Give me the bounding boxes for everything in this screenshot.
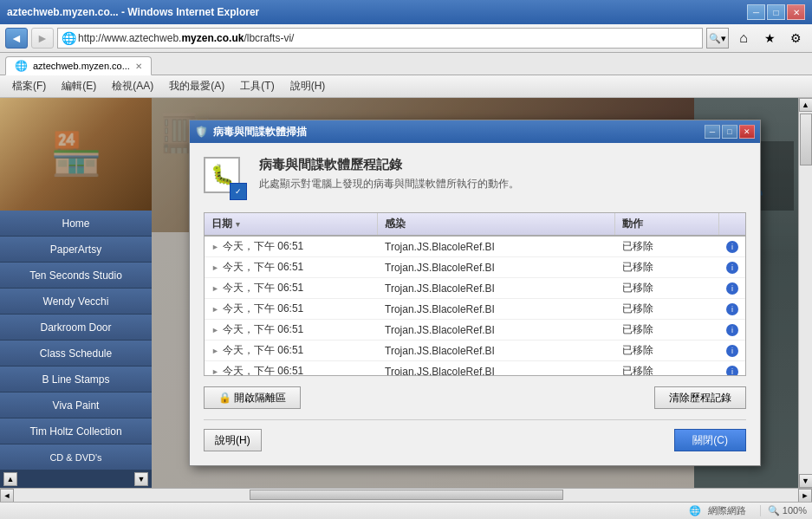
dialog-action-buttons: 🔒 開啟隔離區 清除歷程記錄 xyxy=(204,386,746,409)
dialog-close-btn[interactable]: ✕ xyxy=(739,125,755,139)
favorites-button[interactable]: ★ xyxy=(758,28,781,49)
cell-date: ► 今天，下午 06:51 xyxy=(205,341,378,360)
cell-extra: i xyxy=(719,363,745,376)
cell-action: 已移除 xyxy=(615,361,719,375)
sidebar-scroll-down[interactable]: ▼ xyxy=(134,472,148,486)
cell-extra: i xyxy=(719,301,745,318)
horizontal-scrollbar: ◄ ► xyxy=(0,488,812,502)
menu-tools[interactable]: 工具(T) xyxy=(233,77,281,95)
table-row: ► 今天，下午 06:51 Trojan.JS.BlacoleRef.BI 已移… xyxy=(205,320,745,341)
cell-date: ► 今天，下午 06:51 xyxy=(205,320,378,340)
menu-view[interactable]: 檢視(AA) xyxy=(105,77,160,95)
zone-icon: 🌐 xyxy=(689,505,701,516)
hscroll-thumb[interactable] xyxy=(250,490,563,500)
sidebar-item-tim-holtz[interactable]: Tim Holtz Collection xyxy=(0,418,152,444)
sidebar-item-bline[interactable]: B Line Stamps xyxy=(0,367,152,392)
date-value: 今天，下午 06:51 xyxy=(223,343,303,358)
tab-close-btn[interactable]: ✕ xyxy=(135,62,142,71)
back-button[interactable]: ◄ xyxy=(5,28,28,49)
help-button[interactable]: 說明(H) xyxy=(204,429,262,451)
cell-extra: i xyxy=(719,238,745,256)
row-expand-icon[interactable]: ► xyxy=(211,305,219,314)
scroll-left-arrow[interactable]: ◄ xyxy=(0,489,14,503)
scroll-thumb[interactable] xyxy=(800,114,812,165)
sidebar-item-viva[interactable]: Viva Paint xyxy=(0,392,152,418)
cell-infection: Trojan.JS.BlacoleRef.BI xyxy=(378,301,615,318)
row-expand-icon[interactable]: ► xyxy=(211,284,219,293)
sidebar-item-ten-seconds[interactable]: Ten Seconds Studio xyxy=(0,263,152,289)
status-bar: 🌐 網際網路 🔍 100% xyxy=(0,502,812,519)
dialog-close-button[interactable]: 關閉(C) xyxy=(674,429,746,451)
date-value: 今天，下午 06:51 xyxy=(223,239,303,254)
clear-history-button[interactable]: 清除歷程記錄 xyxy=(654,386,746,409)
dialog-title-icon: 🛡️ xyxy=(195,126,208,138)
cell-action: 已移除 xyxy=(615,237,719,256)
dialog-description: 此處顯示對電腦上發現的病毒與間諜軟體所執行的動作。 xyxy=(259,177,519,191)
forward-button[interactable]: ► xyxy=(31,28,54,49)
browser-toolbar: ◄ ► 🌐 http://www.aztechweb.myzen.co.uk/l… xyxy=(0,24,812,53)
menu-favorites[interactable]: 我的最愛(A) xyxy=(162,77,231,95)
dialog-body: 🐛 ✓ 病毒與間諜軟體歷程記錄 此處顯示對電腦上發現的病毒與間諜軟體所執行的動作… xyxy=(190,143,760,465)
dialog-header-icon: 🐛 ✓ xyxy=(204,157,247,200)
home-button[interactable]: ⌂ xyxy=(732,28,755,49)
sidebar-scroll-up[interactable]: ▲ xyxy=(3,472,17,486)
sidebar-item-wendy[interactable]: Wendy Vecchi xyxy=(0,289,152,315)
browser-icon: 🌐 xyxy=(62,31,76,45)
sidebar-item-cddvd[interactable]: CD & DVD's xyxy=(0,444,152,470)
url-bar[interactable]: http://www.aztechweb.myzen.co.uk/lbcraft… xyxy=(78,32,294,44)
sidebar-item-class-schedule[interactable]: Class Schedule xyxy=(0,341,152,367)
col-action-header[interactable]: 動作 xyxy=(615,213,719,235)
window-title: aztechweb.myzen.co... - Windows Internet… xyxy=(7,6,259,18)
table-row: ► 今天，下午 06:51 Trojan.JS.BlacoleRef.BI 已移… xyxy=(205,299,745,320)
cell-date: ► 今天，下午 06:51 xyxy=(205,257,378,277)
hscroll-track[interactable] xyxy=(14,489,798,502)
store-shelves-icon: 🏪 xyxy=(50,130,102,178)
info-button[interactable]: i xyxy=(726,303,738,315)
sidebar-item-home[interactable]: Home xyxy=(0,211,152,237)
info-button[interactable]: i xyxy=(726,282,738,295)
col-extra-header xyxy=(719,213,745,235)
dialog-overlay: 🛡️ 病毒與間諜軟體掃描 ─ □ ✕ xyxy=(152,98,798,488)
date-value: 今天，下午 06:51 xyxy=(223,364,303,375)
row-expand-icon[interactable]: ► xyxy=(211,367,219,376)
menu-edit[interactable]: 編輯(E) xyxy=(55,77,103,95)
row-expand-icon[interactable]: ► xyxy=(211,347,219,355)
dialog-header-text: 病毒與間諜軟體歷程記錄 此處顯示對電腦上發現的病毒與間諜軟體所執行的動作。 xyxy=(259,157,519,191)
col-infection-header[interactable]: 感染 xyxy=(378,213,615,235)
zone-label: 網際網路 xyxy=(708,504,746,517)
info-button[interactable]: i xyxy=(726,345,738,357)
window-close-btn[interactable]: ✕ xyxy=(787,4,805,20)
scroll-up-arrow[interactable]: ▲ xyxy=(799,98,813,112)
content-area: 🏪 Home PaperArtsy Ten Seconds Studio Wen… xyxy=(0,98,812,488)
settings-button[interactable]: ⚙ xyxy=(784,28,807,49)
window-minimize-btn[interactable]: ─ xyxy=(747,4,765,20)
info-button[interactable]: i xyxy=(726,324,738,336)
row-expand-icon[interactable]: ► xyxy=(211,243,219,251)
open-quarantine-button[interactable]: 🔒 開啟隔離區 xyxy=(204,386,301,409)
search-button[interactable]: 🔍▾ xyxy=(706,28,729,49)
cell-infection: Trojan.JS.BlacoleRef.BI xyxy=(378,259,615,276)
dialog-minimize-btn[interactable]: ─ xyxy=(705,125,720,139)
cell-infection: Trojan.JS.BlacoleRef.BI xyxy=(378,280,615,297)
cell-date: ► 今天，下午 06:51 xyxy=(205,299,378,319)
info-button[interactable]: i xyxy=(726,366,738,376)
row-expand-icon[interactable]: ► xyxy=(211,263,219,272)
scroll-right-arrow[interactable]: ► xyxy=(798,489,812,503)
check-icon: ✓ xyxy=(235,187,242,196)
info-button[interactable]: i xyxy=(726,262,738,274)
dialog-main-title: 病毒與間諜軟體歷程記錄 xyxy=(259,157,519,173)
menu-help[interactable]: 說明(H) xyxy=(283,77,333,95)
col-date-header[interactable]: 日期 ▾ xyxy=(205,213,378,235)
row-expand-icon[interactable]: ► xyxy=(211,326,219,334)
sidebar-item-darkroom[interactable]: Darkroom Door xyxy=(0,315,152,341)
window-restore-btn[interactable]: □ xyxy=(767,4,785,20)
dialog-restore-btn[interactable]: □ xyxy=(722,125,737,139)
tab-label: aztechweb.myzen.co... xyxy=(33,61,130,71)
scroll-down-arrow[interactable]: ▼ xyxy=(799,474,813,488)
menu-file[interactable]: 檔案(F) xyxy=(5,77,53,95)
active-tab[interactable]: 🌐 aztechweb.myzen.co... ✕ xyxy=(5,56,152,75)
sidebar-item-paperartsy[interactable]: PaperArtsy xyxy=(0,237,152,263)
cell-extra: i xyxy=(719,321,745,339)
info-button[interactable]: i xyxy=(726,241,738,253)
table-body: ► 今天，下午 06:51 Trojan.JS.BlacoleRef.BI 已移… xyxy=(205,237,745,375)
